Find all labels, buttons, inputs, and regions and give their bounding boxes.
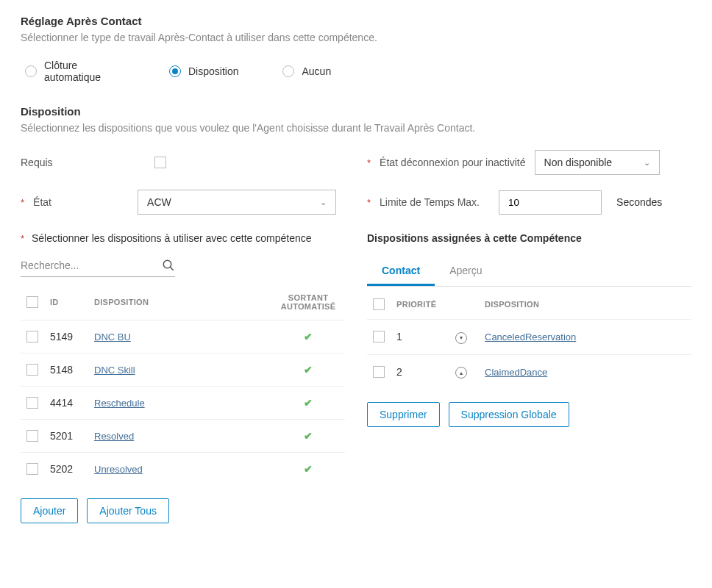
after-contact-title: Réglage Après Contact: [21, 15, 691, 27]
row-checkbox[interactable]: [26, 364, 38, 376]
table-row: 5202 Unresolved ✔: [21, 453, 345, 486]
required-star: *: [367, 157, 371, 168]
timelimit-label: Limite de Temps Max.: [380, 196, 490, 208]
timelimit-input[interactable]: [499, 190, 602, 215]
table-row: 5148 DNC Skill ✔: [21, 354, 345, 387]
disposition-desc: Sélectionnez les dispositions que vous v…: [21, 122, 691, 134]
required-label: Requis: [21, 157, 116, 168]
row-priority: 1: [391, 320, 449, 355]
disposition-title: Disposition: [21, 105, 691, 118]
search-wrap: [21, 253, 175, 277]
row-checkbox[interactable]: [26, 463, 38, 475]
search-input[interactable]: [21, 259, 162, 271]
col-assigned-disposition[interactable]: DISPOSITION: [479, 290, 691, 320]
state-label: État: [33, 196, 129, 208]
row-id: 5201: [44, 420, 88, 453]
row-checkbox[interactable]: [26, 397, 38, 409]
row-checkbox[interactable]: [373, 366, 385, 378]
priority-down-icon[interactable]: ▾: [455, 332, 467, 344]
disposition-link[interactable]: Reschedule: [94, 398, 145, 409]
row-checkbox[interactable]: [26, 430, 38, 442]
row-checkbox[interactable]: [373, 331, 385, 343]
col-disposition[interactable]: DISPOSITION: [88, 284, 271, 320]
priority-up-icon[interactable]: ▴: [455, 367, 467, 379]
svg-point-0: [163, 260, 171, 268]
radio-none[interactable]: Aucun: [282, 65, 331, 77]
col-priority[interactable]: PRIORITÉ: [391, 290, 449, 320]
table-row: 5149 DNC BU ✔: [21, 320, 345, 354]
disposition-link[interactable]: DNC Skill: [94, 365, 135, 376]
tab-preview[interactable]: Aperçu: [435, 257, 496, 286]
disposition-link[interactable]: Unresolved: [94, 464, 143, 475]
required-checkbox[interactable]: [154, 157, 166, 168]
required-star: *: [21, 197, 24, 208]
check-icon: ✔: [304, 331, 313, 343]
row-id: 4414: [44, 387, 88, 420]
available-title: * Sélectionner les dispositions à utilis…: [21, 232, 345, 244]
assigned-title: Dispositions assignées à cette Compétenc…: [367, 232, 691, 244]
assigned-dispositions-panel: Dispositions assignées à cette Compétenc…: [367, 232, 691, 523]
search-icon: [162, 259, 175, 272]
svg-line-1: [170, 267, 174, 270]
check-icon: ✔: [304, 364, 313, 376]
col-auto[interactable]: SORTANT AUTOMATISÉ: [271, 284, 345, 320]
required-star: *: [367, 197, 371, 208]
row-id: 5202: [44, 453, 88, 486]
col-id[interactable]: ID: [44, 284, 88, 320]
delete-all-button[interactable]: Suppression Globale: [449, 402, 569, 427]
table-row: 1 ▾ CanceledReservation: [367, 320, 691, 355]
disposition-link[interactable]: ClaimedDance: [485, 367, 547, 378]
add-all-button[interactable]: Ajouter Tous: [87, 498, 169, 523]
timelimit-suffix: Secondes: [616, 196, 662, 208]
row-checkbox[interactable]: [26, 331, 38, 343]
radio-auto-close[interactable]: Clôture automatique: [25, 60, 125, 83]
disposition-link[interactable]: DNC BU: [94, 331, 131, 343]
available-dispositions-panel: * Sélectionner les dispositions à utilis…: [21, 232, 345, 523]
row-id: 5149: [44, 320, 88, 354]
radio-disposition[interactable]: Disposition: [169, 65, 238, 77]
check-icon: ✔: [304, 463, 313, 475]
disconnect-select[interactable]: Non disponible ⌄: [535, 150, 660, 175]
table-row: 2 ▴ ClaimedDance: [367, 354, 691, 389]
state-select[interactable]: ACW ⌄: [138, 190, 336, 215]
select-all-checkbox[interactable]: [26, 296, 38, 308]
delete-button[interactable]: Supprimer: [367, 402, 440, 427]
disposition-link[interactable]: CanceledReservation: [485, 331, 576, 343]
after-contact-desc: Sélectionner le type de travail Après-Co…: [21, 32, 691, 43]
after-contact-section: Réglage Après Contact Sélectionner le ty…: [21, 15, 691, 83]
chevron-down-icon: ⌄: [644, 158, 650, 168]
table-row: 4414 Reschedule ✔: [21, 387, 345, 420]
table-row: 5201 Resolved ✔: [21, 420, 345, 453]
assigned-table: PRIORITÉ DISPOSITION 1 ▾ CanceledReserva…: [367, 290, 691, 389]
check-icon: ✔: [304, 430, 313, 442]
check-icon: ✔: [304, 397, 313, 409]
disconnect-label: État déconnexion pour inactivité: [380, 157, 525, 168]
chevron-down-icon: ⌄: [320, 198, 327, 207]
row-priority: 2: [391, 354, 449, 389]
row-id: 5148: [44, 354, 88, 387]
add-button[interactable]: Ajouter: [21, 498, 78, 523]
disposition-section: Disposition Sélectionnez les disposition…: [21, 105, 691, 215]
select-all-assigned-checkbox[interactable]: [373, 298, 385, 310]
available-table: ID DISPOSITION SORTANT AUTOMATISÉ 5149 D…: [21, 284, 345, 485]
disposition-link[interactable]: Resolved: [94, 431, 134, 442]
tab-contact[interactable]: Contact: [367, 257, 435, 286]
